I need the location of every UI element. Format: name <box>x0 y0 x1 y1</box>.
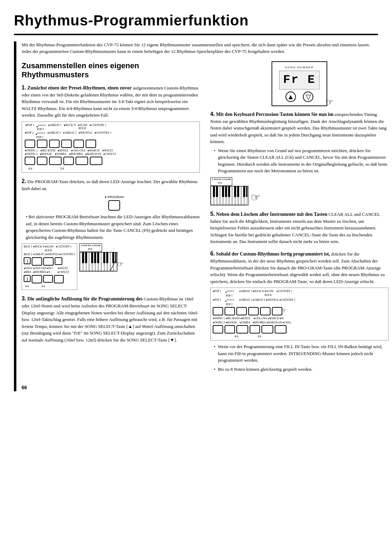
step-6-bold: Sobald der Custom-Rhythmus fertig progra… <box>216 251 330 257</box>
step-2-text: Die PROGRAM-Taste drücken, so daß deren … <box>22 179 197 191</box>
svg-rect-18 <box>106 252 108 263</box>
rhythm-btn-7[interactable] <box>25 157 35 165</box>
step-1-number: 1. <box>22 85 26 91</box>
rhythm-btn-8[interactable] <box>37 157 47 165</box>
song-number-wrap: SONG NUMBER Fr E ▲ ▽ ☞ <box>210 61 389 106</box>
keyboard-svg-step4 <box>210 186 249 205</box>
step-5: 5. Neben dem Löschen aller Instrumente m… <box>210 210 389 245</box>
svg-rect-16 <box>97 252 99 263</box>
svg-rect-36 <box>222 186 224 197</box>
rhythm-btn-3[interactable] <box>49 140 60 148</box>
rhythm-panel-step1: ●POP 1 ●DANCE POP 1 ●16BEAT 1 ●ROCK N ●S… <box>22 121 200 173</box>
keyboard-diagram-step2: CANCEL CLEAR ALL <box>79 243 118 272</box>
s6-btn-1[interactable] <box>213 307 223 315</box>
program-btn-wrap: ● PROGRAM <box>29 195 200 211</box>
hand-icon-right: ☞ <box>326 96 334 109</box>
rhythm-btn-4[interactable] <box>61 140 72 148</box>
page-title: Rhythmus-Programmierfunktion <box>14 10 378 35</box>
step-5-bold: Neben dem Löschen aller Instrumente mit … <box>216 212 328 217</box>
page-number: 66 <box>22 384 378 391</box>
step-4-bullet: Wenn Sie einen Rhythmus von Grund auf ne… <box>214 147 389 174</box>
left-sidebar-bar <box>14 41 16 391</box>
program-label: ● PROGRAM <box>105 195 124 199</box>
svg-rect-39 <box>234 186 236 197</box>
svg-rect-34 <box>213 186 215 197</box>
step-5-number: 5. <box>210 211 215 217</box>
hand-icon-step2: ☞ <box>117 259 124 270</box>
svg-rect-35 <box>216 186 218 197</box>
svg-rect-42 <box>246 186 248 197</box>
s6-btn-4[interactable] <box>248 307 259 315</box>
rhythm-btn-10[interactable] <box>63 157 74 165</box>
rhythm-panel-step2: BEAT 1 ●ROCK N ●SLOWROCK ●COUNTRY 1 BEAT… <box>22 243 77 290</box>
fre-display: Fr E <box>279 71 320 89</box>
svg-rect-13 <box>85 252 87 263</box>
step-2-bullet: Bei aktivierter PROGRAM-Betriebsart leuc… <box>26 213 200 241</box>
s6-btn-9[interactable] <box>236 325 248 334</box>
rhythm-btn-2[interactable] <box>37 140 47 148</box>
step-3-number: 3. <box>22 296 26 301</box>
step-2-number: 2. <box>22 178 26 184</box>
step-3-text: Custom-Rhythmus ist 16tel oder 12tel-Not… <box>22 296 198 343</box>
s6-btn-10[interactable] <box>250 325 260 334</box>
step-6-number: 6. <box>210 251 215 257</box>
rhythm-btn-1[interactable] <box>25 140 35 148</box>
svg-rect-15 <box>94 252 96 263</box>
svg-rect-20 <box>115 252 117 263</box>
s6-btn-7[interactable] <box>213 325 223 334</box>
svg-rect-12 <box>82 252 84 263</box>
up-arrow-btn[interactable]: ▲ <box>285 92 296 102</box>
rhythm-panel-step6: ●POP 1 ●DANCE POP 1 ●16BEAT 1 ●ROCK N ●S… <box>210 288 389 340</box>
svg-rect-41 <box>243 186 245 197</box>
s2-btn-3[interactable] <box>32 275 42 283</box>
intro-text: Mit der Rhythmus-Programmierfunktion des… <box>22 41 378 55</box>
song-number-label: SONG NUMBER <box>279 65 320 69</box>
svg-rect-17 <box>103 252 105 263</box>
s2-btn-4[interactable] <box>54 275 64 283</box>
s6-btn-8[interactable] <box>225 325 235 334</box>
svg-rect-19 <box>112 252 115 263</box>
s6-btn-3[interactable] <box>236 307 247 315</box>
program-button[interactable] <box>108 200 120 211</box>
keyboard-diagram-step4-wrap: CANCEL CLEAR ALL <box>210 177 389 205</box>
s6-btn-11[interactable] <box>261 325 273 334</box>
rhythm-btn-12[interactable] <box>90 157 102 165</box>
rhythm-btn-5[interactable] <box>73 140 84 148</box>
step-4: 4. Mit den Keyboard Percussion-Tasten kö… <box>210 110 389 205</box>
rhythm-btn-11[interactable] <box>76 157 88 165</box>
song-number-display: SONG NUMBER Fr E ▲ ▽ ☞ <box>272 61 327 106</box>
left-column: Zusammenstellen eines eigenen Rhythmusmu… <box>22 61 200 377</box>
s2-btn-1[interactable] <box>32 257 42 266</box>
step-4-bold: Mit den Keyboard Percussion-Tasten könne… <box>216 112 334 117</box>
hand-icon-step4: ☞ <box>251 190 261 205</box>
step-1-bold: Zunächst einen der Preset-Rhythmen, eine… <box>28 85 132 91</box>
s6-btn-2[interactable] <box>225 307 235 315</box>
step-6: 6. Sobald der Custom-Rhythmus fertig pro… <box>210 250 389 372</box>
s2-btn-2[interactable] <box>43 257 54 266</box>
rhythm-btn-6[interactable] <box>86 140 96 148</box>
step-4-number: 4. <box>210 111 215 117</box>
bottom-bullet-1: Wenn vor der Programmierung eine FILL IN… <box>214 343 389 364</box>
svg-rect-38 <box>228 186 230 197</box>
step-1: 1. Zunächst einen der Preset-Rhythmen, e… <box>22 84 200 173</box>
step-2: 2. Die PROGRAM-Taste drücken, so daß der… <box>22 178 200 290</box>
s6-btn-5[interactable] <box>260 307 271 315</box>
svg-rect-37 <box>225 186 227 197</box>
rhythm-btn-9[interactable] <box>49 157 62 165</box>
step2-panel: BEAT 1 ●ROCK N ●SLOWROCK ●COUNTRY 1 BEAT… <box>22 243 200 290</box>
svg-rect-14 <box>91 252 93 263</box>
section-title: Zusammenstellen eines eigenen Rhythmusmu… <box>22 61 200 80</box>
step-3: 3. Die anfängliche Auflösung für die Pro… <box>22 295 200 343</box>
svg-rect-40 <box>237 186 239 197</box>
down-arrow-btn[interactable]: ▽ <box>303 92 313 102</box>
right-column: SONG NUMBER Fr E ▲ ▽ ☞ 4. Mit den Keyboa… <box>210 61 389 377</box>
step-3-bold: Die anfängliche Auflösung für die Progra… <box>28 296 143 301</box>
s6-btn-12[interactable] <box>275 325 287 334</box>
bottom-bullet-2: Bis zu 8 Noten können gleichzeitig gespi… <box>214 366 389 373</box>
s6-btn-6[interactable]: ☞ <box>272 307 282 315</box>
